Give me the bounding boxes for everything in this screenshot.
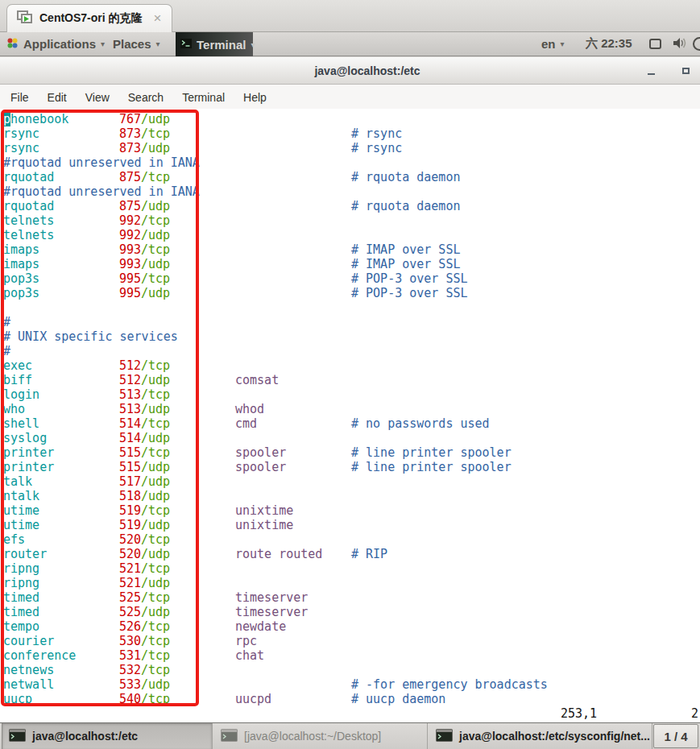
segment-port: 513 <box>119 402 141 416</box>
segment-port: 514 <box>119 431 141 445</box>
segment-port: 520 <box>119 547 141 561</box>
vm-tab-close-icon[interactable]: × <box>154 10 162 27</box>
vim-ruler: 253,1 <box>561 706 597 721</box>
terminal-app-menu[interactable]: Terminal ▾ <box>176 32 253 56</box>
applications-menu[interactable]: Applications ▾ <box>6 32 105 56</box>
menu-search[interactable]: Search <box>121 88 171 107</box>
segment-name: syslog <box>3 431 47 445</box>
segment-comment: # uucp daemon <box>351 692 445 706</box>
segment-proto: /udp <box>141 402 170 416</box>
terminal-icon <box>180 37 192 52</box>
segment-name: ntalk <box>3 489 39 503</box>
segment-port: 530 <box>119 634 141 648</box>
clock[interactable]: 六 22:35 <box>586 32 632 56</box>
taskbar-window-label: java@localhost:/etc <box>32 730 138 743</box>
buffer-line: #rquotad unreserved in IANA <box>3 155 696 170</box>
segment-port: 995 <box>119 271 141 286</box>
segment-name: telnets <box>3 213 54 228</box>
segment-name: timed <box>3 605 39 619</box>
buffer-line: tempo526/tcpnewdate <box>3 619 696 634</box>
buffer-line: #rquotad unreserved in IANA <box>3 184 696 199</box>
segment-proto: /udp <box>141 112 170 126</box>
segment-name: netnews <box>3 663 54 677</box>
menu-terminal[interactable]: Terminal <box>175 88 232 107</box>
applications-label: Applications <box>23 37 96 51</box>
segment-name: imaps <box>3 242 39 257</box>
segment-proto: /tcp <box>141 532 170 547</box>
segment-port: 531 <box>119 648 141 663</box>
input-method-label: en <box>541 37 556 51</box>
segment-alias: unixtime <box>235 503 293 518</box>
segment-alias: spooler <box>235 460 286 474</box>
terminal-content[interactable]: phonebook767/udprsync873/tcp# rsyncrsync… <box>0 109 700 722</box>
segment-port: 873 <box>119 141 141 155</box>
taskbar-window-button[interactable]: java@localhost:/etc <box>2 723 213 749</box>
vm-tab[interactable]: CentOS7-ori 的克隆 × <box>6 4 172 32</box>
buffer-line: netnews532/tcp <box>3 663 696 677</box>
menu-edit[interactable]: Edit <box>40 88 74 107</box>
segment-name: who <box>3 402 25 416</box>
workspace-pager[interactable]: 1 / 4 <box>653 724 698 748</box>
segment-proto: /udp <box>141 489 170 503</box>
segment-port: 993 <box>119 242 141 257</box>
segment-port: 526 <box>119 619 141 634</box>
buffer-line: syslog514/udp <box>3 431 696 445</box>
segment-name: telnets <box>3 228 54 242</box>
segment-name: rsync <box>3 141 39 155</box>
segment-port: 519 <box>119 518 141 532</box>
segment-name: efs <box>3 532 25 547</box>
segment-proto: /udp <box>141 257 170 271</box>
buffer-line: timed525/tcptimeserver <box>3 590 696 605</box>
segment-proto: /tcp <box>141 213 170 228</box>
input-method-indicator[interactable]: en ▾ <box>541 32 565 56</box>
segment-proto: /udp <box>141 547 170 561</box>
segment-name: rquotad <box>3 199 54 213</box>
buffer-line: pop3s995/udp# POP-3 over SSL <box>3 286 696 300</box>
segment-proto: /udp <box>141 141 170 155</box>
segment-proto: /udp <box>141 474 170 489</box>
menu-view[interactable]: View <box>78 88 117 107</box>
taskbar-window-button[interactable]: [java@localhost:~/Desktop] <box>214 723 428 749</box>
minimize-button[interactable] <box>640 57 661 85</box>
buffer-line: netwall533/udp# -for emergency broadcast… <box>3 677 696 692</box>
volume-indicator[interactable] <box>672 32 687 56</box>
buffer-line: uucp540/tcpuucpd# uucp daemon <box>3 692 696 706</box>
menu-help[interactable]: Help <box>236 88 274 107</box>
segment-alias: timeserver <box>235 590 308 605</box>
segment-name: honebook <box>10 112 68 126</box>
segment-name: netwall <box>3 677 54 692</box>
segment-proto: /tcp <box>141 648 170 663</box>
segment-alias: chat <box>235 648 264 663</box>
user-menu-icon[interactable] <box>693 37 700 51</box>
segment-port: 517 <box>119 474 141 489</box>
chevron-down-icon: ▾ <box>561 39 565 48</box>
segment-port: 533 <box>119 677 141 692</box>
maximize-button[interactable] <box>675 57 696 85</box>
places-menu[interactable]: Places ▾ <box>113 32 160 56</box>
segment-proto: /tcp <box>141 242 170 257</box>
segment-name: biff <box>3 373 32 387</box>
buffer-line: imaps993/udp# IMAP over SSL <box>3 257 696 271</box>
minimize-icon <box>648 73 655 75</box>
buffer-line: telnets992/udp <box>3 228 696 242</box>
buffer-line: telnets992/tcp <box>3 213 696 228</box>
menu-file[interactable]: File <box>3 88 36 107</box>
terminal-window: java@localhost:/etc FileEditViewSearchTe… <box>0 57 700 722</box>
terminal-icon <box>9 729 26 744</box>
buffer-line: login513/tcp <box>3 387 696 402</box>
segment-alias: uucpd <box>235 692 271 706</box>
buffer-line: # <box>3 344 696 358</box>
segment-comment: # rsync <box>351 126 402 141</box>
segment-name: printer <box>3 445 54 460</box>
taskbar-window-label: java@localhost:/etc/sysconfig/net... <box>459 730 650 743</box>
window-switcher-indicator[interactable] <box>649 32 661 56</box>
segment-proto: /tcp <box>141 445 170 460</box>
window-icon <box>649 39 661 49</box>
segment-comment: # POP-3 over SSL <box>351 271 468 286</box>
segment-proto: /udp <box>141 518 170 532</box>
maximize-icon <box>682 68 690 74</box>
terminal-title-bar[interactable]: java@localhost:/etc <box>0 57 700 85</box>
segment-proto: /udp <box>141 286 170 300</box>
segment-proto: /udp <box>141 677 170 692</box>
taskbar-window-button[interactable]: java@localhost:/etc/sysconfig/net... <box>429 723 652 749</box>
